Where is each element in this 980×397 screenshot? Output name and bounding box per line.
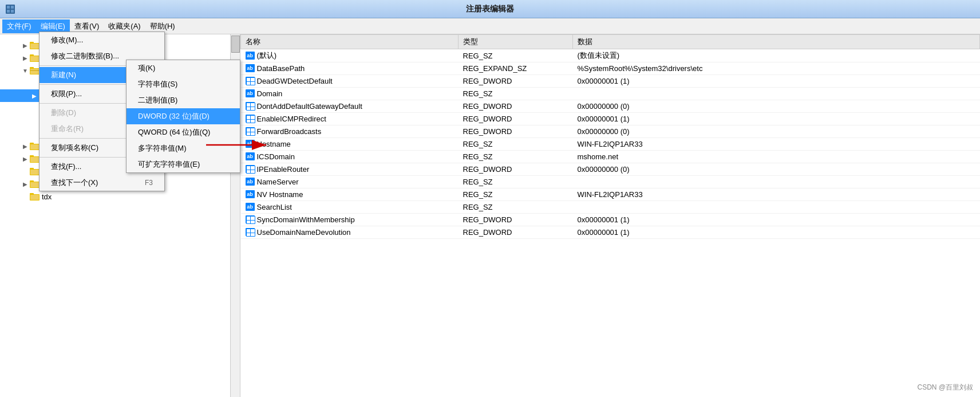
svg-rect-37 [30, 170, 39, 175]
submenu: 项(K) 字符串值(S) 二进制值(B) DWORD (32 位)值(D) QW… [126, 60, 240, 173]
cell-name: abDataBasePath [241, 62, 459, 75]
table-row[interactable]: EnableICMPRedirectREG_DWORD0x00000001 (1… [241, 113, 980, 125]
context-menu-modify[interactable]: 修改(M)... [39, 32, 164, 48]
tree-arrow [21, 53, 30, 62]
cell-name: ab(默认) [241, 49, 459, 62]
reg-name: DeadGWDetectDefault [257, 77, 333, 85]
reg-name: SyncDomainWithMembership [257, 215, 355, 224]
cell-name: abICSDomain [241, 151, 459, 163]
svg-rect-3 [7, 10, 10, 13]
cell-name: abHostname [241, 138, 459, 151]
registry-panel: 名称 类型 数据 ab(默认)REG_SZ(数值未设置)abDataBasePa… [240, 34, 980, 397]
cell-type: REG_DWORD [459, 125, 573, 138]
tree-arrow [21, 154, 30, 163]
svg-rect-2 [11, 6, 14, 9]
cell-type: REG_SZ [459, 176, 573, 188]
menu-view[interactable]: 查看(V) [70, 19, 104, 33]
menu-edit[interactable]: 编辑(E) [36, 19, 70, 33]
reg-name: NV Hostname [257, 190, 303, 199]
cell-name: abNV Hostname [241, 188, 459, 201]
table-row[interactable]: abNV HostnameREG_SZWIN-FL2IQP1AR33 [241, 188, 980, 201]
tree-arrow [21, 66, 30, 75]
cell-name: abSearchList [241, 201, 459, 214]
tree-item-tdx[interactable]: tdx [0, 190, 240, 203]
cell-type: REG_DWORD [459, 226, 573, 239]
svg-rect-39 [30, 180, 34, 182]
cell-type: REG_SZ [459, 138, 573, 151]
svg-rect-1 [7, 6, 10, 9]
reg-name: DataBasePath [257, 64, 305, 73]
table-row[interactable]: abHostnameREG_SZWIN-FL2IQP1AR33 [241, 138, 980, 151]
svg-rect-10 [30, 56, 39, 61]
registry-table: 名称 类型 数据 ab(默认)REG_SZ(数值未设置)abDataBasePa… [240, 34, 980, 239]
cell-type: REG_DWORD [459, 214, 573, 226]
reg-name: DontAddDefaultGatewayDefault [257, 102, 362, 111]
submenu-string[interactable]: 字符串值(S) [127, 76, 240, 92]
cell-data: (数值未设置) [573, 49, 980, 62]
cell-data [573, 176, 980, 188]
cell-data: WIN-FL2IQP1AR33 [573, 188, 980, 201]
cell-name: abDomain [241, 88, 459, 100]
cell-data: mshome.net [573, 151, 980, 163]
col-data: 数据 [573, 35, 980, 49]
table-row[interactable]: abSearchListREG_SZ [241, 201, 980, 214]
table-row[interactable]: abDomainREG_SZ [241, 88, 980, 100]
svg-rect-12 [30, 67, 34, 69]
col-name: 名称 [241, 35, 459, 49]
submenu-key[interactable]: 项(K) [127, 60, 240, 76]
reg-name: ForwardBroadcasts [257, 127, 322, 136]
cell-data: 0x00000000 (0) [573, 163, 980, 176]
svg-rect-42 [30, 193, 34, 195]
cell-type: REG_SZ [459, 88, 573, 100]
cell-data: 0x00000000 (0) [573, 125, 980, 138]
svg-rect-30 [30, 143, 34, 144]
cell-type: REG_DWORD [459, 75, 573, 88]
svg-rect-31 [30, 144, 39, 150]
submenu-dword[interactable]: DWORD (32 位)值(D) [127, 108, 240, 124]
reg-name: EnableICMPRedirect [257, 115, 326, 123]
cell-data: 0x00000000 (0) [573, 100, 980, 113]
reg-name: NameServer [257, 178, 299, 186]
cell-type: REG_DWORD [459, 163, 573, 176]
svg-rect-9 [30, 54, 34, 56]
table-row[interactable]: DontAddDefaultGatewayDefaultREG_DWORD0x0… [241, 100, 980, 113]
table-row[interactable]: abDataBasePathREG_EXPAND_SZ%SystemRoot%\… [241, 62, 980, 75]
menu-file[interactable]: 文件(F) [2, 19, 36, 33]
svg-rect-13 [30, 69, 39, 74]
table-row[interactable]: ab(默认)REG_SZ(数值未设置) [241, 49, 980, 62]
reg-name: SearchList [257, 203, 292, 211]
reg-name: ICSDomain [257, 152, 295, 161]
svg-rect-6 [30, 42, 34, 44]
cell-type: REG_SZ [459, 188, 573, 201]
cell-name: EnableICMPRedirect [241, 113, 459, 125]
table-row[interactable]: abICSDomainREG_SZmshome.net [241, 151, 980, 163]
cell-data: %SystemRoot%\System32\drivers\etc [573, 62, 980, 75]
tree-arrow [21, 179, 30, 188]
cell-data [573, 88, 980, 100]
table-row[interactable]: abNameServerREG_SZ [241, 176, 980, 188]
svg-rect-7 [30, 44, 39, 49]
table-row[interactable]: DeadGWDetectDefaultREG_DWORD0x00000001 (… [241, 75, 980, 88]
tree-arrow [21, 41, 30, 50]
submenu-expand-string[interactable]: 可扩充字符串值(E) [127, 156, 240, 172]
menu-favorites[interactable]: 收藏夹(A) [104, 19, 145, 33]
cell-data: 0x00000001 (1) [573, 75, 980, 88]
cell-type: REG_DWORD [459, 113, 573, 125]
table-row[interactable]: IPEnableRouterREG_DWORD0x00000000 (0) [241, 163, 980, 176]
cell-data: 0x00000001 (1) [573, 214, 980, 226]
window-title: 注册表编辑器 [466, 4, 514, 14]
submenu-qword[interactable]: QWORD (64 位)值(Q) [127, 124, 240, 140]
title-bar: 注册表编辑器 [0, 0, 980, 18]
cell-type: REG_SZ [459, 151, 573, 163]
table-row[interactable]: ForwardBroadcastsREG_DWORD0x00000000 (0) [241, 125, 980, 138]
table-row[interactable]: UseDomainNameDevolutionREG_DWORD0x000000… [241, 226, 980, 239]
context-menu-find-next[interactable]: 查找下一个(X) F3 [39, 175, 164, 191]
table-row[interactable]: SyncDomainWithMembershipREG_DWORD0x00000… [241, 214, 980, 226]
submenu-binary[interactable]: 二进制值(B) [127, 92, 240, 108]
svg-rect-34 [30, 157, 39, 162]
menu-help[interactable]: 帮助(H) [145, 19, 180, 33]
cell-name: DeadGWDetectDefault [241, 75, 459, 88]
tree-label: tdx [42, 192, 52, 201]
svg-rect-40 [30, 182, 39, 187]
svg-rect-4 [11, 10, 14, 13]
